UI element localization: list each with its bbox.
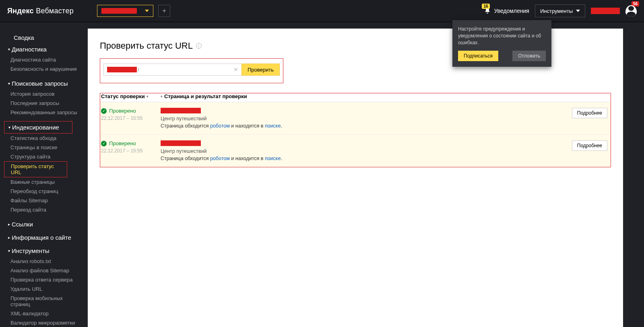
redacted-url bbox=[107, 67, 137, 72]
page-description: Центр путешествий bbox=[161, 116, 572, 121]
redacted-username bbox=[591, 8, 620, 14]
sidebar-item[interactable]: История запросов bbox=[4, 89, 88, 99]
main-content: Проверить статус URL i / ✕ Проверить Ста… bbox=[88, 29, 623, 327]
sidebar-item[interactable]: Анализ файлов Sitemap bbox=[4, 266, 88, 275]
robot-link[interactable]: роботом bbox=[210, 156, 230, 161]
page-result-text: Страница обходится роботом и находится в… bbox=[161, 156, 572, 161]
sort-icon: ▾ bbox=[161, 95, 163, 99]
page-result-text: Страница обходится роботом и находится в… bbox=[161, 123, 572, 129]
tools-label: Инструменты bbox=[540, 8, 573, 14]
notifications-link[interactable]: 16 Уведомления bbox=[484, 8, 529, 14]
clear-icon[interactable]: ✕ bbox=[233, 66, 238, 73]
url-check-form: / ✕ Проверить bbox=[100, 58, 283, 83]
sidebar-item[interactable]: Файлы Sitemap bbox=[4, 196, 88, 205]
redacted-page-url bbox=[161, 108, 201, 113]
current-site-dropdown[interactable] bbox=[97, 5, 153, 17]
add-site-button[interactable]: + bbox=[158, 5, 170, 17]
user-avatar[interactable]: 56 bbox=[625, 5, 637, 16]
chevron-down-icon: ▾ bbox=[8, 47, 10, 51]
site-selector: + bbox=[97, 5, 170, 17]
sidebar-item-check-url[interactable]: Проверить статус URL bbox=[4, 161, 67, 177]
header-right: 16 Уведомления Инструменты 56 bbox=[484, 4, 637, 17]
page-description: Центр путешествий bbox=[161, 148, 572, 154]
redacted-site bbox=[101, 8, 137, 14]
sidebar-item[interactable]: Проверка ответа сервера bbox=[4, 275, 88, 284]
col-page-header[interactable]: ▾Страница и результат проверки bbox=[161, 93, 247, 99]
sidebar-item[interactable]: Валидатор микроразметки bbox=[4, 318, 88, 327]
tools-dropdown[interactable]: Инструменты bbox=[535, 4, 585, 17]
subscribe-button[interactable]: Подписаться bbox=[458, 51, 498, 61]
chevron-down-icon: ▾ bbox=[8, 249, 10, 253]
sidebar-search-queries[interactable]: ▾Поисковые запросы bbox=[4, 78, 88, 89]
popup-text: Настройте предупреждения и уведомления о… bbox=[458, 26, 546, 46]
redacted-page-url bbox=[161, 140, 201, 146]
search-link[interactable]: поиске bbox=[265, 156, 281, 161]
sidebar-tools[interactable]: ▾Инструменты bbox=[4, 245, 88, 257]
sidebar-links[interactable]: ▸Ссылки bbox=[4, 218, 88, 230]
sidebar-item[interactable]: Переобход страниц bbox=[4, 187, 88, 196]
url-input[interactable]: / ✕ bbox=[103, 64, 242, 76]
dismiss-button[interactable]: Отложить bbox=[512, 51, 546, 61]
details-button[interactable]: Подробнее bbox=[572, 140, 607, 151]
info-icon[interactable]: i bbox=[196, 43, 202, 49]
status-date: 22.12.2017 – 15:55 bbox=[101, 148, 161, 154]
notifications-label: Уведомления bbox=[494, 8, 529, 14]
status-date: 22.12.2017 – 15:55 bbox=[101, 115, 161, 121]
sidebar-item[interactable]: Последние запросы bbox=[4, 99, 88, 108]
check-icon: ✓ bbox=[101, 141, 107, 146]
sidebar-item[interactable]: Структура сайта bbox=[4, 152, 88, 161]
url-suffix: / bbox=[138, 67, 139, 73]
results-table: Статус проверки▾ ▾Страница и результат п… bbox=[100, 93, 611, 167]
status-badge: ✓Проверено bbox=[101, 140, 161, 146]
sidebar-item[interactable]: Проверка мобильных страниц bbox=[4, 294, 88, 309]
sidebar-site-info[interactable]: ▸Информация о сайте bbox=[4, 232, 88, 243]
details-button[interactable]: Подробнее bbox=[572, 108, 607, 118]
chevron-down-icon: ▾ bbox=[8, 125, 10, 130]
app-header: Яндекс Вебмастер + 16 Уведомления Инстру… bbox=[0, 0, 644, 22]
sidebar-item[interactable]: Переезд сайта bbox=[4, 205, 88, 214]
logo[interactable]: Яндекс Вебмастер bbox=[7, 7, 74, 15]
chevron-down-icon bbox=[576, 10, 580, 12]
logo-brand: Яндекс bbox=[7, 7, 34, 15]
sidebar-item[interactable]: Анализ robots.txt bbox=[4, 257, 88, 266]
sidebar-summary[interactable]: Сводка bbox=[4, 32, 88, 43]
sidebar-diagnostics[interactable]: ▾Диагностика bbox=[4, 43, 88, 55]
chevron-down-icon bbox=[145, 10, 149, 12]
sort-icon: ▾ bbox=[147, 95, 149, 99]
sidebar-item[interactable]: Диагностика сайта bbox=[4, 55, 88, 64]
robot-link[interactable]: роботом bbox=[210, 123, 230, 129]
status-badge: ✓Проверено bbox=[101, 108, 161, 114]
table-header: Статус проверки▾ ▾Страница и результат п… bbox=[100, 93, 611, 102]
search-link[interactable]: поиске bbox=[265, 123, 281, 129]
sidebar: Сводка ▾Диагностика Диагностика сайта Бе… bbox=[0, 22, 88, 327]
table-row: ✓Проверено 22.12.2017 – 15:55 Центр путе… bbox=[100, 102, 611, 135]
sidebar-item[interactable]: XML-валидатор bbox=[4, 309, 88, 318]
notifications-count: 16 bbox=[482, 4, 489, 9]
sidebar-item[interactable]: Важные страницы bbox=[4, 177, 88, 187]
sidebar-item[interactable]: Безопасность и нарушения bbox=[4, 64, 88, 74]
sidebar-item[interactable]: Удалить URL bbox=[4, 284, 88, 294]
check-button[interactable]: Проверить bbox=[242, 64, 280, 76]
logo-product: Вебмастер bbox=[36, 7, 74, 15]
sidebar-item[interactable]: Статистика обхода bbox=[4, 134, 88, 143]
sidebar-indexing[interactable]: ▾Индексирование bbox=[4, 121, 72, 134]
avatar-icon bbox=[625, 5, 637, 16]
chevron-down-icon: ▾ bbox=[8, 81, 10, 86]
col-status-header[interactable]: Статус проверки▾ bbox=[101, 93, 161, 99]
popup-actions: Подписаться Отложить bbox=[458, 51, 546, 61]
chevron-right-icon: ▸ bbox=[8, 235, 10, 240]
chevron-right-icon: ▸ bbox=[8, 222, 10, 226]
check-icon: ✓ bbox=[101, 108, 107, 114]
sidebar-item[interactable]: Рекомендованные запросы bbox=[4, 108, 88, 117]
table-row: ✓Проверено 22.12.2017 – 15:55 Центр путе… bbox=[100, 135, 611, 167]
sidebar-item[interactable]: Страницы в поиске bbox=[4, 143, 88, 152]
subscribe-popup: Настройте предупреждения и уведомления о… bbox=[452, 20, 551, 67]
